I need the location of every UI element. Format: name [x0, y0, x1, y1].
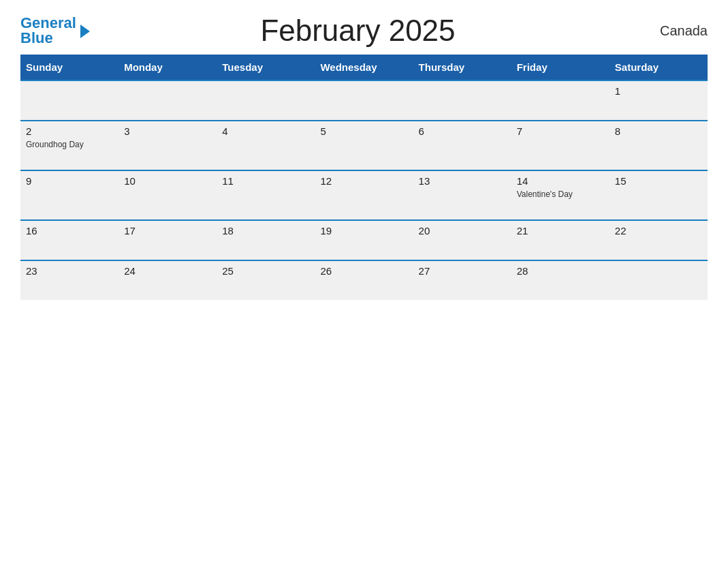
calendar-cell — [610, 260, 708, 300]
calendar-cell: 23 — [20, 260, 118, 300]
calendar-cell: 21 — [511, 220, 610, 260]
calendar-cell: 8 — [610, 121, 708, 170]
country-label: Canada — [626, 23, 708, 39]
day-number: 18 — [222, 225, 309, 237]
day-number: 28 — [517, 265, 604, 277]
calendar-cell: 17 — [118, 220, 217, 260]
day-number: 23 — [26, 265, 113, 277]
calendar-cell: 24 — [118, 260, 217, 300]
calendar-header-wednesday: Wednesday — [315, 55, 413, 80]
calendar-cell — [511, 80, 610, 121]
day-number: 1 — [615, 85, 702, 97]
calendar-cell: 25 — [217, 260, 315, 300]
calendar-cell: 4 — [217, 121, 315, 170]
day-number: 16 — [26, 225, 113, 237]
day-number: 9 — [26, 175, 113, 187]
day-number: 8 — [615, 125, 702, 137]
day-number: 3 — [124, 125, 211, 137]
calendar-cell — [413, 80, 511, 121]
page-header: General Blue February 2025 Canada — [20, 14, 708, 48]
calendar-cell: 5 — [315, 121, 413, 170]
day-number: 4 — [222, 125, 309, 137]
calendar-cell: 27 — [413, 260, 511, 300]
calendar-cell: 14Valentine's Day — [511, 170, 610, 220]
calendar-cell: 7 — [511, 121, 610, 170]
logo-blue-text: Blue — [20, 31, 76, 46]
calendar-week-row: 2Groundhog Day345678 — [20, 121, 708, 170]
calendar-cell: 3 — [118, 121, 217, 170]
day-number: 19 — [320, 225, 407, 237]
calendar-week-row: 1 — [20, 80, 708, 121]
calendar-header-thursday: Thursday — [413, 55, 511, 80]
day-number: 22 — [615, 225, 702, 237]
day-number: 2 — [26, 125, 113, 137]
calendar-cell: 16 — [20, 220, 118, 260]
calendar-cell: 11 — [217, 170, 315, 220]
calendar-event: Valentine's Day — [517, 189, 604, 199]
calendar-cell — [118, 80, 217, 121]
day-number: 6 — [419, 125, 506, 137]
calendar-cell: 12 — [315, 170, 413, 220]
calendar-cell: 1 — [610, 80, 708, 121]
day-number: 26 — [320, 265, 407, 277]
calendar-week-row: 16171819202122 — [20, 220, 708, 260]
logo: General Blue — [20, 16, 90, 46]
calendar-cell: 20 — [413, 220, 511, 260]
calendar-cell: 2Groundhog Day — [20, 121, 118, 170]
calendar-header-sunday: Sunday — [20, 55, 118, 80]
logo-text: General — [20, 16, 76, 31]
calendar-header-row: SundayMondayTuesdayWednesdayThursdayFrid… — [20, 55, 708, 80]
calendar-cell: 22 — [610, 220, 708, 260]
day-number: 7 — [517, 125, 604, 137]
calendar-cell: 26 — [315, 260, 413, 300]
page-title: February 2025 — [90, 14, 626, 48]
calendar-header-monday: Monday — [118, 55, 217, 80]
day-number: 5 — [320, 125, 407, 137]
day-number: 24 — [124, 265, 211, 277]
day-number: 14 — [517, 175, 604, 187]
day-number: 10 — [124, 175, 211, 187]
calendar-cell: 9 — [20, 170, 118, 220]
calendar-header-friday: Friday — [511, 55, 610, 80]
calendar-week-row: 232425262728 — [20, 260, 708, 300]
calendar-cell: 15 — [610, 170, 708, 220]
day-number: 15 — [615, 175, 702, 187]
calendar-week-row: 91011121314Valentine's Day15 — [20, 170, 708, 220]
calendar-cell — [20, 80, 118, 121]
calendar-cell: 18 — [217, 220, 315, 260]
day-number: 13 — [419, 175, 506, 187]
day-number: 25 — [222, 265, 309, 277]
calendar-event: Groundhog Day — [26, 140, 113, 149]
calendar-cell: 28 — [511, 260, 610, 300]
calendar-cell: 10 — [118, 170, 217, 220]
calendar-cell: 6 — [413, 121, 511, 170]
calendar-cell — [315, 80, 413, 121]
calendar-header-tuesday: Tuesday — [217, 55, 315, 80]
calendar-cell: 13 — [413, 170, 511, 220]
calendar-header-saturday: Saturday — [610, 55, 708, 80]
day-number: 20 — [419, 225, 506, 237]
day-number: 11 — [222, 175, 309, 187]
day-number: 17 — [124, 225, 211, 237]
calendar-table: SundayMondayTuesdayWednesdayThursdayFrid… — [20, 55, 708, 300]
day-number: 12 — [320, 175, 407, 187]
logo-triangle-icon — [80, 25, 90, 38]
calendar-cell — [217, 80, 315, 121]
day-number: 27 — [419, 265, 506, 277]
day-number: 21 — [517, 225, 604, 237]
calendar-cell: 19 — [315, 220, 413, 260]
